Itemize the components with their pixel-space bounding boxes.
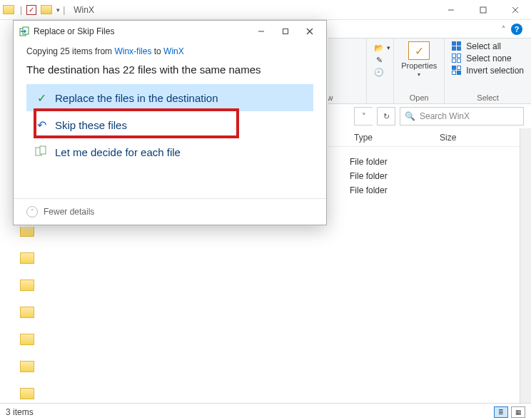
edit-icon[interactable]: ✎ <box>374 55 384 65</box>
copying-line: Copying 25 items from Winx-files to WinX <box>26 46 313 56</box>
open-icon[interactable]: 📂 <box>374 43 384 53</box>
minimize-button[interactable] <box>435 0 467 20</box>
chevron-up-icon[interactable]: ˄ <box>26 206 38 217</box>
fewer-details-link[interactable]: Fewer details <box>44 207 94 217</box>
dialog-close-button[interactable] <box>298 23 322 40</box>
column-size[interactable]: Size <box>435 133 521 143</box>
dialog-maximize-button[interactable] <box>273 23 298 40</box>
svg-rect-5 <box>23 27 29 34</box>
destination-link[interactable]: WinX <box>163 46 184 56</box>
dialog-title: Replace or Skip Files <box>34 26 114 36</box>
skip-icon: ↶ <box>35 118 48 131</box>
copy-icon <box>19 26 29 36</box>
window-title: WinX <box>74 5 94 15</box>
open-group-label: Open <box>410 93 429 102</box>
separator: | <box>20 5 22 15</box>
folder-icon[interactable] <box>20 388 34 399</box>
details-view-button[interactable]: ≣ <box>494 406 508 418</box>
close-button[interactable] <box>499 0 531 20</box>
qat-dropdown-icon[interactable]: ▾ <box>56 6 60 14</box>
folder-icon[interactable] <box>20 334 34 345</box>
dialog-minimize-button[interactable] <box>249 23 273 40</box>
properties-label: Properties <box>401 61 437 70</box>
select-group-label: Select <box>477 93 499 102</box>
dropdown-icon[interactable]: ▾ <box>418 71 420 78</box>
search-input[interactable]: 🔍 Search WinX <box>400 107 524 126</box>
option-decide-label: Let me decide for each file <box>55 146 181 158</box>
vertical-scrollbar[interactable] <box>520 128 531 403</box>
invert-selection-label: Invert selection <box>466 66 524 76</box>
folder-icon <box>3 5 14 14</box>
folder-icon[interactable] <box>20 361 34 372</box>
option-skip-label: Skip these files <box>55 119 127 131</box>
open-group: ✓ Properties ▾ Open <box>393 39 444 103</box>
folder-icon[interactable] <box>20 225 34 237</box>
history-icon[interactable]: 🕘 <box>374 67 384 77</box>
search-placeholder: Search WinX <box>420 111 470 121</box>
properties-button[interactable]: ✓ Properties ▾ <box>401 41 437 78</box>
separator: | <box>63 5 65 15</box>
select-all-icon <box>452 41 462 51</box>
folder-icon[interactable] <box>20 307 34 318</box>
select-none-label: Select none <box>466 53 511 63</box>
large-icons-view-button[interactable]: ▦ <box>511 406 525 418</box>
row-type: File folder <box>350 185 388 195</box>
svg-rect-1 <box>480 7 486 13</box>
select-none-button[interactable]: Select none <box>452 53 524 63</box>
check-icon: ✓ <box>35 91 48 104</box>
invert-selection-icon <box>452 66 462 76</box>
explorer-titlebar: | ✓ ▾ | WinX <box>0 0 531 20</box>
folder-icon <box>41 5 52 14</box>
dialog-body: Copying 25 items from Winx-files to WinX… <box>14 42 326 171</box>
item-count: 3 items <box>6 407 34 417</box>
folder-icon[interactable] <box>20 280 34 291</box>
invert-selection-button[interactable]: Invert selection <box>452 66 524 76</box>
svg-rect-7 <box>283 29 288 34</box>
dialog-titlebar: Replace or Skip Files <box>14 21 326 42</box>
to-word: to <box>151 46 163 56</box>
copy-prefix: Copying 25 items from <box>26 46 114 56</box>
select-all-label: Select all <box>466 41 501 51</box>
row-type: File folder <box>350 171 388 181</box>
option-decide[interactable]: Let me decide for each file <box>26 138 313 165</box>
row-type: File folder <box>350 157 388 167</box>
dialog-footer: ˄ Fewer details <box>14 198 326 225</box>
nav-tree-thumbs <box>20 225 34 403</box>
refresh-button[interactable]: ↻ <box>377 107 395 126</box>
compare-icon <box>35 145 48 158</box>
open-extra-icons: 📂▾ ✎ 🕘 <box>374 43 390 77</box>
option-skip[interactable]: ↶ Skip these files <box>26 111 313 138</box>
replace-or-skip-dialog: Replace or Skip Files Copying 25 items f… <box>13 20 327 225</box>
address-dropdown-button[interactable]: ˅ <box>354 107 373 126</box>
help-icon[interactable]: ? <box>511 24 522 35</box>
option-replace[interactable]: ✓ Replace the files in the destination <box>26 84 313 111</box>
maximize-button[interactable] <box>467 0 499 20</box>
folder-icon[interactable] <box>20 252 34 264</box>
svg-rect-11 <box>40 146 46 154</box>
qat-properties-icon[interactable]: ✓ <box>26 5 36 15</box>
select-group: Select all Select none Invert selection … <box>444 39 531 103</box>
search-icon: 🔍 <box>405 111 415 121</box>
conflict-headline: The destination has 22 files with the sa… <box>26 63 313 76</box>
source-link[interactable]: Winx-files <box>114 46 151 56</box>
column-type[interactable]: Type <box>350 133 435 143</box>
file-type-column-values: File folder File folder File folder <box>350 157 388 195</box>
properties-icon: ✓ <box>408 41 430 60</box>
select-none-icon <box>452 53 462 63</box>
collapse-ribbon-icon[interactable]: ˄ <box>502 25 505 33</box>
status-bar: 3 items ≣ ▦ <box>0 403 531 420</box>
select-all-button[interactable]: Select all <box>452 41 524 51</box>
option-replace-label: Replace the files in the destination <box>55 92 218 104</box>
